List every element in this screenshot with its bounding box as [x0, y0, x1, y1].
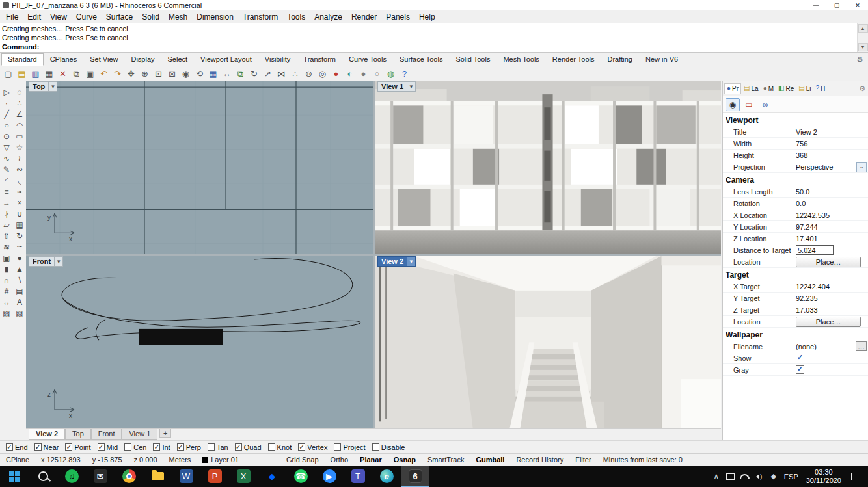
taskbar-app-dropbox[interactable]: ◆ [258, 466, 286, 487]
property-value[interactable]: Perspective [796, 163, 856, 171]
toolbar-icon-help[interactable]: ? [398, 68, 411, 80]
osnap-toggle[interactable]: Quad [232, 443, 265, 451]
command-area[interactable]: Creating meshes… Press Esc to cancel Cre… [0, 23, 868, 53]
panel-tab[interactable]: ▤ Li [796, 83, 813, 94]
sidebar-icon-split[interactable]: ∤ [0, 208, 13, 219]
osnap-toggle[interactable]: Mid [94, 443, 122, 451]
sidebar-icon-select-lasso[interactable]: ◌ [13, 86, 26, 98]
toolbar-icon-zoom-selected[interactable]: ◉ [180, 68, 192, 80]
sidebar-icon-select[interactable]: ▷ [0, 86, 13, 98]
sidebar-icon-hatch[interactable]: ▨ [0, 308, 13, 319]
chevron-down-icon[interactable]: ▼ [55, 256, 63, 267]
minimize-button[interactable]: — [806, 0, 826, 10]
toolbar-icon-named-views[interactable]: ▦ [207, 68, 219, 80]
sidebar-icon-chamfer[interactable]: ◟ [13, 175, 26, 186]
taskbar-app-excel[interactable]: X [229, 466, 258, 487]
chevron-down-icon[interactable]: ▼ [407, 81, 416, 92]
taskbar-app-zoom[interactable]: ▶ [315, 466, 344, 487]
sidebar-icon-cone[interactable]: ▲ [13, 263, 26, 274]
sidebar-icon-surface[interactable]: ▱ [0, 219, 13, 230]
status-item[interactable]: Osnap [388, 456, 422, 464]
properties-subtab-display-mode[interactable]: ▭ [742, 98, 756, 111]
osnap-toggle[interactable]: End [3, 443, 31, 451]
sidebar-icon-curve[interactable]: ∿ [0, 153, 13, 164]
command-scrollbar[interactable]: ▲ ▼ [857, 23, 868, 52]
property-value[interactable]: (none) [796, 343, 856, 350]
toolbar-tab[interactable]: Curve Tools [342, 53, 393, 66]
toolbar-icon-undo[interactable]: ↶ [98, 68, 110, 80]
viewport-tab[interactable]: Front [91, 429, 122, 440]
toolbar-tab[interactable]: Visibility [258, 53, 297, 66]
menu-item[interactable]: Analyze [310, 12, 347, 21]
viewport-title[interactable]: View 1 [377, 81, 407, 92]
viewport-view2[interactable]: View 2 ▼ [375, 256, 721, 429]
taskbar-app-teams[interactable]: T [344, 466, 372, 487]
properties-subtab-viewport-camera[interactable]: ◉ [726, 98, 740, 111]
status-item[interactable]: Gumball [470, 456, 510, 464]
sidebar-icon-surface-network[interactable]: ▦ [13, 219, 26, 230]
tray-icon-volume[interactable]: ) [752, 466, 766, 487]
status-item[interactable]: z 0.000 [128, 456, 163, 464]
scroll-up-icon[interactable]: ▲ [858, 24, 868, 33]
toolbar-icon-wireframe[interactable]: ○ [371, 68, 383, 80]
menu-item[interactable]: Help [414, 12, 440, 21]
taskbar-app-chrome[interactable] [115, 466, 143, 487]
panel-tab[interactable]: ◧ Re [776, 83, 796, 94]
sidebar-icon-mesh[interactable]: # [0, 285, 13, 296]
menu-item[interactable]: File [1, 12, 23, 21]
toolbar-icon-open-file[interactable]: ▤ [16, 68, 28, 80]
language-indicator[interactable]: ESP [781, 473, 802, 480]
taskbar-app-search[interactable] [29, 466, 57, 487]
viewport-tab[interactable]: View 2 [29, 429, 65, 440]
viewport-tab[interactable]: Top [65, 429, 91, 440]
toolbar-icon-control-points[interactable]: ∴ [289, 68, 301, 80]
status-item[interactable]: Layer 01 [197, 456, 245, 464]
sidebar-icon-arc[interactable]: ◠ [13, 120, 26, 131]
viewport-title[interactable]: View 2 [377, 256, 407, 267]
sidebar-icon-dimension[interactable]: ↔ [0, 296, 13, 308]
panel-tab[interactable]: ● M [761, 83, 776, 94]
menu-item[interactable]: Dimension [192, 12, 238, 21]
property-value[interactable]: 756 [796, 140, 868, 148]
toolbar-icon-render[interactable]: ● [330, 68, 342, 80]
menu-item[interactable]: Render [347, 12, 381, 21]
sidebar-icon-extrude[interactable]: ⇧ [0, 230, 13, 241]
property-value[interactable]: 368 [796, 151, 868, 159]
property-value[interactable]: Place… [796, 257, 861, 267]
toolbar-icon-zoom-dynamic[interactable]: ⊕ [139, 68, 151, 80]
new-viewport-tab-button[interactable]: + [159, 429, 171, 438]
menu-item[interactable]: Transform [238, 12, 282, 21]
menu-item[interactable]: Curve [72, 12, 102, 21]
toolbar-icon-move[interactable]: ↔ [221, 68, 233, 80]
property-value[interactable]: 5.024 [796, 245, 834, 255]
status-item[interactable]: CPlane [0, 456, 35, 464]
viewport-tab[interactable]: View 1 [122, 429, 157, 440]
taskbar-app-start[interactable] [0, 466, 29, 487]
sidebar-icon-boolean-union[interactable]: ∩ [0, 274, 13, 285]
toolbar-icon-scale[interactable]: ↗ [262, 68, 274, 80]
action-center-icon[interactable] [846, 473, 865, 480]
gear-icon[interactable]: ⚙ [856, 55, 867, 66]
status-item[interactable]: Planar [354, 456, 388, 464]
tray-icon-wifi[interactable] [738, 466, 752, 487]
menu-item[interactable]: Edit [23, 12, 46, 21]
taskbar-app-file-explorer[interactable] [143, 466, 172, 487]
viewport-top[interactable]: Top ▼ [26, 81, 373, 254]
taskbar-app-spotify[interactable]: ♫ [57, 466, 86, 487]
status-item[interactable]: Ortho [325, 456, 355, 464]
toolbar-tab[interactable]: Drafting [601, 53, 639, 66]
chevron-down-icon[interactable]: ▼ [49, 81, 57, 92]
sidebar-icon-cylinder[interactable]: ▮ [0, 263, 13, 274]
osnap-toggle[interactable]: Point [62, 443, 94, 451]
maximize-button[interactable]: ▢ [826, 0, 847, 10]
toolbar-tab[interactable]: New in V6 [639, 53, 685, 66]
toolbar-tab[interactable]: Standard [1, 53, 44, 66]
sidebar-icon-text[interactable]: A [13, 296, 26, 308]
menu-item[interactable]: Panels [381, 12, 414, 21]
property-value[interactable]: 0.0 [796, 200, 868, 207]
viewport-title[interactable]: Top [29, 81, 49, 92]
toolbar-icon-new-file[interactable]: ▢ [2, 68, 14, 80]
sidebar-icon-join[interactable]: ∪ [13, 208, 26, 219]
sidebar-icon-extend[interactable]: → [0, 197, 13, 208]
taskbar-app-rhino[interactable]: 6 [401, 466, 429, 487]
